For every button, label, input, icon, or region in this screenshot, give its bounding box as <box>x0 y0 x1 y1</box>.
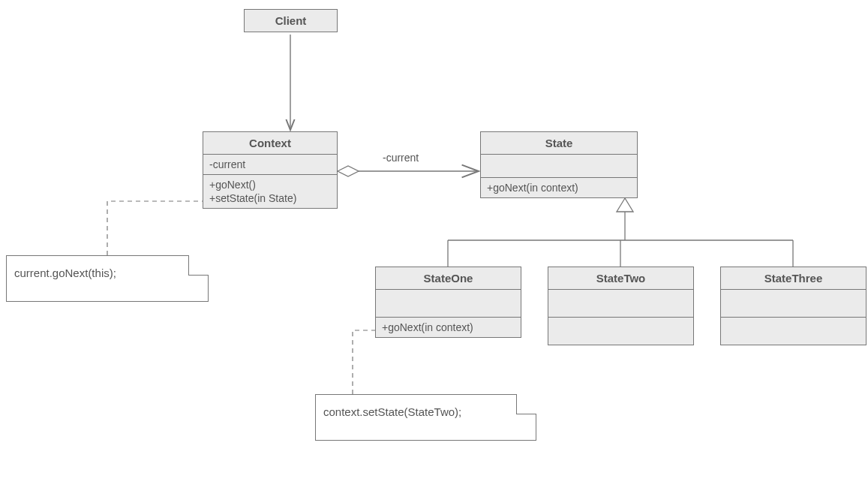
uml-class-stateone: StateOne +goNext(in context) <box>375 267 521 338</box>
uml-attributes <box>548 290 693 318</box>
uml-attributes <box>376 290 521 318</box>
uml-operations <box>548 318 693 345</box>
uml-class-statethree: StateThree <box>720 267 866 345</box>
uml-note-stateone: context.setState(StateTwo); <box>315 394 536 441</box>
uml-attributes <box>721 290 866 318</box>
uml-title: StateTwo <box>548 267 693 290</box>
note-corner-icon <box>517 394 536 414</box>
svg-marker-0 <box>338 166 359 176</box>
uml-attributes <box>481 155 637 178</box>
uml-class-state: State +goNext(in context) <box>480 131 638 198</box>
note-text: context.setState(StateTwo); <box>323 405 461 418</box>
uml-operations <box>721 318 866 345</box>
uml-class-context: Context -current +goNext() +setState(in … <box>203 131 338 209</box>
edge-note2 <box>353 330 375 394</box>
uml-attributes: -current <box>203 155 337 175</box>
uml-class-statetwo: StateTwo <box>548 267 694 345</box>
edge-generalization <box>448 198 793 267</box>
uml-operations: +goNext(in context) <box>376 318 521 337</box>
uml-note-context: current.goNext(this); <box>6 255 209 302</box>
uml-title: StateOne <box>376 267 521 290</box>
uml-operations: +goNext() +setState(in State) <box>203 175 337 208</box>
edge-context-state <box>338 166 479 176</box>
uml-op: +goNext(in context) <box>382 321 515 334</box>
uml-title: Context <box>203 132 337 155</box>
uml-title: StateThree <box>721 267 866 290</box>
uml-attr: -current <box>209 158 331 171</box>
uml-title: State <box>481 132 637 155</box>
uml-operations: +goNext(in context) <box>481 178 637 197</box>
edge-note1 <box>107 201 203 255</box>
note-text: current.goNext(this); <box>14 267 116 279</box>
uml-class-client: Client <box>244 9 338 32</box>
svg-marker-2 <box>617 198 633 212</box>
association-label: -current <box>383 152 419 164</box>
uml-op: +goNext(in context) <box>487 181 631 194</box>
uml-op: +goNext() <box>209 178 331 191</box>
note-corner-icon <box>189 255 209 275</box>
uml-title: Client <box>245 10 337 32</box>
uml-op: +setState(in State) <box>209 191 331 205</box>
